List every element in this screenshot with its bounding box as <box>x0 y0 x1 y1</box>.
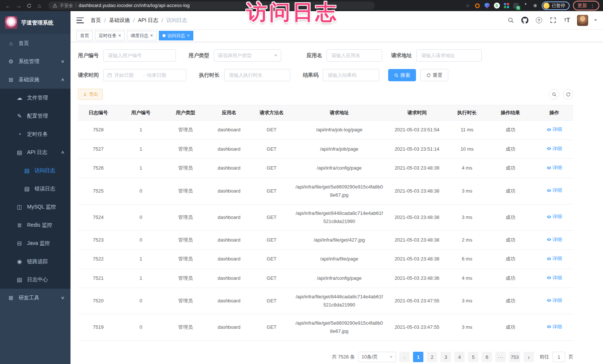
sidebar-item-config-management[interactable]: ✎配置管理 <box>0 107 71 125</box>
reset-button[interactable]: 重置 <box>420 69 448 81</box>
hamburger-icon[interactable] <box>76 17 84 23</box>
sidebar-item-trace[interactable]: ◉链路追踪 <box>0 252 71 270</box>
breadcrumb-item[interactable]: 首页 <box>91 17 101 24</box>
detail-button[interactable]: 详细 <box>547 323 562 331</box>
extension-donut-icon[interactable] <box>474 3 481 9</box>
tab-close-icon[interactable]: × <box>187 33 190 38</box>
url-text[interactable]: dashboard.yudao.iocoder.cn/infra/log/api… <box>79 3 190 8</box>
logo[interactable]: 芋道管理系统 <box>0 11 71 34</box>
eye-icon <box>547 298 551 303</box>
tab-scheduled-tasks[interactable]: 定时任务× <box>95 31 125 40</box>
goto-page-input[interactable] <box>553 352 565 362</box>
browser-menu-icon[interactable]: ⋮ <box>590 3 595 9</box>
tab-home[interactable]: 首页 <box>76 31 93 40</box>
sidebar-item-infrastructure[interactable]: ⊞基础设施∧ <box>0 70 71 89</box>
font-size-icon[interactable]: TT <box>563 16 571 24</box>
sidebar-item-access-log[interactable]: ▤访问日志 <box>0 161 71 180</box>
sidebar-item-java-monitor[interactable]: ⊟Java 监控 <box>0 234 71 252</box>
profile-paused-badge[interactable]: 已暂停 <box>542 1 570 10</box>
detail-button[interactable]: 详细 <box>547 255 562 263</box>
extension-terminal-icon[interactable] <box>513 3 519 9</box>
request-url-input[interactable] <box>416 49 482 62</box>
sidebar-item-mysql-monitor[interactable]: ◫MySQL 监控 <box>0 198 71 216</box>
page-button-5[interactable]: 5 <box>468 352 478 362</box>
table-row: 75240管理员dashboardGET/api/infra/file/get/… <box>78 204 573 230</box>
timer-icon: ◔ <box>16 131 23 137</box>
column-header: 执行时长 <box>449 105 486 121</box>
start-date-input[interactable] <box>114 72 141 78</box>
cell-result: 成功 <box>486 230 535 250</box>
detail-button[interactable]: 详细 <box>547 236 562 244</box>
bookmark-star-icon[interactable]: ☆ <box>465 3 471 9</box>
detail-button[interactable]: 详细 <box>547 186 562 194</box>
page-size-select[interactable]: 10条/页 <box>358 352 396 362</box>
address-bar[interactable]: 不安全 dashboard.yudao.iocoder.cn/infra/log… <box>48 1 375 10</box>
detail-button[interactable]: 详细 <box>547 164 562 172</box>
next-page-button[interactable]: › <box>524 352 534 362</box>
user-id-input[interactable] <box>103 49 176 62</box>
tab-access-log[interactable]: 访问日志× <box>159 31 193 40</box>
page-button-753[interactable]: 753 <box>509 352 520 362</box>
breadcrumb-item[interactable]: 基础设施 <box>109 17 130 24</box>
result-code-input[interactable] <box>323 69 379 81</box>
security-label[interactable]: 不安全 <box>60 3 73 9</box>
chrome-update-button[interactable]: 更新 ⋮ <box>573 1 599 10</box>
extension-shield-icon[interactable] <box>484 3 490 9</box>
toggle-search-icon[interactable] <box>549 89 559 99</box>
browser-forward-icon[interactable]: → <box>14 1 23 10</box>
page-ellipsis[interactable]: ··· <box>495 352 506 362</box>
sidebar-item-file-management[interactable]: ☁文件管理 <box>0 89 71 107</box>
avatar-caret-icon[interactable] <box>594 19 597 21</box>
export-button[interactable]: 导出 <box>78 89 103 100</box>
browser-reload-icon[interactable] <box>24 1 33 10</box>
page-button-4[interactable]: 4 <box>454 352 465 362</box>
cell-id: 7526 <box>78 159 118 178</box>
sidebar-item-api-log[interactable]: ▤API 日志∧ <box>0 143 71 161</box>
breadcrumb-item[interactable]: API 日志 <box>138 17 158 24</box>
browser-back-icon[interactable]: ← <box>4 1 13 10</box>
sidebar-item-home[interactable]: ⌂首页 <box>0 34 71 52</box>
tab-schedule-log[interactable]: 调度日志× <box>127 31 157 40</box>
duration-input[interactable] <box>224 69 290 81</box>
extension-person-icon[interactable] <box>522 3 529 9</box>
table-header-row: 日志编号用户编号用户类型应用名请求方法名请求地址请求时间执行时长操作结果操作 <box>78 105 573 121</box>
request-time-range-picker[interactable]: - <box>103 69 186 81</box>
sidebar-item-log-center[interactable]: ▤日志中心 <box>0 270 71 289</box>
tab-close-icon[interactable]: × <box>118 33 121 38</box>
search-icon[interactable] <box>507 16 515 24</box>
browser-home-icon[interactable]: ⌂ <box>35 1 44 10</box>
github-icon[interactable] <box>521 16 529 24</box>
sidebar-item-dev-tools[interactable]: ⊠研发工具∨ <box>0 289 71 307</box>
sidebar-item-redis-monitor[interactable]: ≣Redis 监控 <box>0 216 71 234</box>
extension-grid-icon[interactable] <box>503 3 509 9</box>
sidebar-item-error-log[interactable]: ▤错误日志 <box>0 180 71 198</box>
page-button-6[interactable]: 6 <box>482 352 492 362</box>
end-date-input[interactable] <box>147 72 174 78</box>
tab-close-icon[interactable]: × <box>150 33 153 38</box>
detail-button[interactable]: 详细 <box>547 145 562 153</box>
page-content: 用户编号 用户类型 请选择用户类型 应用名 请求地址 请求时间 <box>71 42 603 364</box>
search-button[interactable]: 搜索 <box>388 69 416 81</box>
detail-button[interactable]: 详细 <box>547 296 562 305</box>
app-name-input[interactable] <box>327 49 382 62</box>
page-button-1[interactable]: 1 <box>413 352 423 362</box>
detail-button[interactable]: 详细 <box>547 213 562 221</box>
refresh-table-icon[interactable] <box>563 89 573 99</box>
extension-green-icon[interactable]: S <box>494 3 500 9</box>
extension-pinwheel-icon[interactable]: ✱ <box>532 3 538 9</box>
date-range-separator: - <box>143 73 145 78</box>
sidebar-item-system-management[interactable]: ⚙系统管理∨ <box>0 52 71 70</box>
page-button-2[interactable]: 2 <box>427 352 437 362</box>
cell-user_type: 管理员 <box>163 204 208 230</box>
column-header: 应用名 <box>208 105 250 121</box>
help-icon[interactable]: ? <box>535 16 543 24</box>
prev-page-button[interactable]: ‹ <box>399 352 410 362</box>
user-avatar[interactable] <box>577 15 588 26</box>
fullscreen-icon[interactable] <box>549 16 557 24</box>
sidebar-item-scheduled-tasks[interactable]: ◔定时任务 <box>0 125 71 143</box>
page-button-3[interactable]: 3 <box>440 352 451 362</box>
detail-button[interactable]: 详细 <box>547 125 562 134</box>
user-type-select[interactable]: 请选择用户类型 <box>214 49 281 62</box>
cell-url: /api/infra/file/get/427.jpg <box>293 230 386 250</box>
detail-button[interactable]: 详细 <box>547 274 562 282</box>
